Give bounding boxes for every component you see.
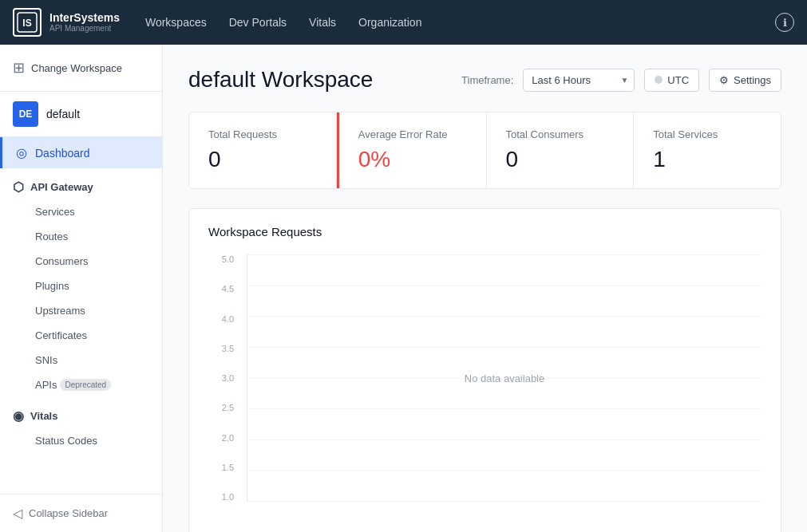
utc-label: UTC [667,74,689,86]
sidebar-item-certificates[interactable]: Certificates [0,323,162,348]
sidebar-section-vitals: ◉ Vitals [0,397,162,428]
chart-title: Workspace Requests [208,225,762,238]
y-axis-label: 5.0 [222,254,234,264]
stat-label-consumers: Total Consumers [506,128,615,140]
stat-total-services: Total Services 1 [634,112,781,188]
chart-gridline [247,316,762,317]
nav-vitals[interactable]: Vitals [309,16,336,29]
y-axis-label: 2.0 [222,433,234,443]
change-workspace-label: Change Workspace [31,62,122,74]
sidebar-item-dashboard[interactable]: ◎ Dashboard [0,137,162,168]
info-icon[interactable]: ℹ [775,13,794,32]
stat-value-requests: 0 [208,147,317,172]
stat-error-rate: Average Error Rate 0% [337,112,487,188]
sidebar-item-plugins[interactable]: Plugins [0,274,162,298]
gear-icon: ⚙ [719,74,729,86]
sidebar-item-apis[interactable]: APIs Deprecated [0,372,162,397]
content-header: default Workspace Timeframe: Last 1 Hour… [188,67,781,93]
chart-area: 5.04.54.03.53.02.52.01.51.0 No data avai… [208,254,762,526]
header-controls: Timeframe: Last 1 Hour Last 6 Hours Last… [461,69,781,92]
chart-gridline [247,439,762,440]
settings-label: Settings [734,74,771,86]
y-axis-label: 3.0 [222,373,234,383]
stat-value-services: 1 [653,147,762,172]
y-axis-label: 3.5 [222,344,234,353]
stats-row: Total Requests 0 Average Error Rate 0% T… [188,112,781,189]
change-workspace-button[interactable]: ⊞ Change Workspace [0,45,162,92]
workspace-avatar: DE [13,101,38,127]
svg-text:IS: IS [22,18,31,29]
stat-label-error: Average Error Rate [358,128,467,140]
sidebar-item-services[interactable]: Services [0,199,162,224]
nav-dev-portals[interactable]: Dev Portals [229,16,287,29]
top-navigation: IS InterSystems API Management Workspace… [0,0,807,45]
sidebar-item-snis[interactable]: SNIs [0,348,162,372]
chart-gridline [247,254,762,255]
vitals-icon: ◉ [13,408,24,424]
main-content: default Workspace Timeframe: Last 1 Hour… [163,45,807,532]
stat-value-error: 0% [358,147,467,172]
nav-workspaces[interactable]: Workspaces [145,16,207,29]
api-gateway-icon: ⬡ [13,179,24,195]
collapse-icon: ◁ [13,506,22,521]
stat-label-requests: Total Requests [208,128,317,140]
nav-links: Workspaces Dev Portals Vitals Organizati… [145,16,775,29]
y-axis-label: 1.0 [222,492,234,502]
grid-icon: ⊞ [13,59,25,77]
stat-total-requests: Total Requests 0 [189,112,337,188]
y-axis-label: 4.0 [222,314,234,324]
workspace-item: DE default [0,92,162,137]
page-title: default Workspace [188,67,373,93]
y-axis-label: 2.5 [222,403,234,412]
y-axis-label: 4.5 [222,284,234,294]
chart-gridline [247,408,762,409]
timeframe-select-wrapper: Last 1 Hour Last 6 Hours Last 12 Hours L… [523,69,635,92]
y-axis-label: 1.5 [222,463,234,472]
sidebar: ⊞ Change Workspace DE default ◎ Dashboar… [0,45,163,532]
timeframe-select[interactable]: Last 1 Hour Last 6 Hours Last 12 Hours L… [523,69,635,92]
chart-gridline [247,286,762,286]
stat-label-services: Total Services [653,128,762,140]
collapse-sidebar-button[interactable]: ◁ Collapse Sidebar [0,494,162,532]
chart-plot: No data available [247,254,762,502]
sidebar-item-status-codes[interactable]: Status Codes [0,428,162,453]
workspace-name: default [46,108,80,120]
utc-indicator [655,76,663,84]
nav-right: ℹ [775,13,794,32]
timeframe-label: Timeframe: [461,74,513,86]
sidebar-section-api-gateway: ⬡ API Gateway [0,168,162,199]
logo-text: InterSystems API Management [49,11,120,34]
chart-y-axis: 5.04.54.03.53.02.52.01.51.0 [208,254,240,502]
collapse-label: Collapse Sidebar [29,507,108,519]
chart-container: Workspace Requests 5.04.54.03.53.02.52.0… [188,208,781,532]
stat-total-consumers: Total Consumers 0 [487,112,635,188]
logo-area: IS InterSystems API Management [13,8,120,37]
chart-gridline [247,501,762,502]
sidebar-item-consumers[interactable]: Consumers [0,249,162,274]
utc-button[interactable]: UTC [644,69,699,92]
chart-gridline [247,470,762,471]
chart-gridline [247,347,762,348]
dashboard-icon: ◎ [16,145,27,160]
nav-organization[interactable]: Organization [358,16,421,29]
logo-icon: IS [13,8,42,37]
no-data-label: No data available [465,372,544,384]
main-layout: ⊞ Change Workspace DE default ◎ Dashboar… [0,45,807,532]
deprecated-badge: Deprecated [60,379,111,391]
sidebar-item-upstreams[interactable]: Upstreams [0,298,162,323]
sidebar-item-routes[interactable]: Routes [0,224,162,249]
settings-button[interactable]: ⚙ Settings [709,69,781,92]
stat-value-consumers: 0 [506,147,615,172]
dashboard-label: Dashboard [35,147,90,160]
